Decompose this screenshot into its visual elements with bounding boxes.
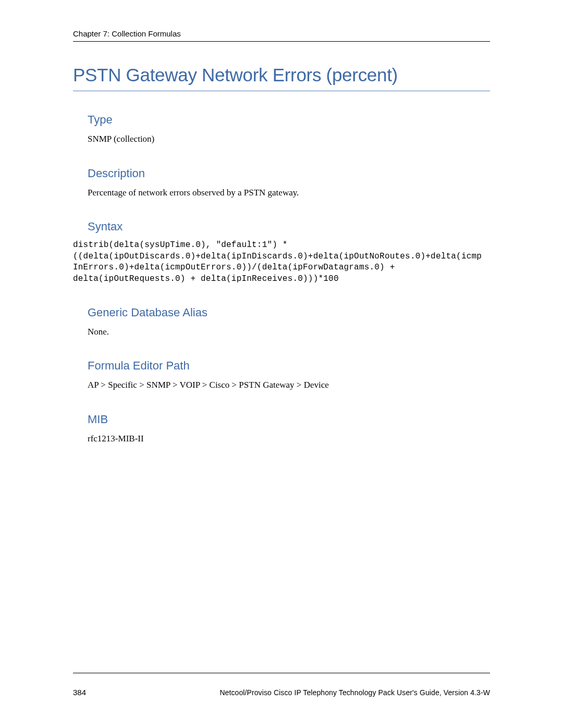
section-heading-type: Type bbox=[88, 113, 490, 127]
section-heading-alias: Generic Database Alias bbox=[88, 306, 490, 319]
alias-body: None. bbox=[88, 326, 490, 339]
section-heading-mib: MIB bbox=[88, 413, 490, 426]
editor-body: AP > Specific > SNMP > VOIP > Cisco > PS… bbox=[88, 379, 490, 392]
section-heading-description: Description bbox=[88, 167, 490, 180]
syntax-code: distrib(delta(sysUpTime.0), "default:1")… bbox=[73, 240, 490, 285]
type-body: SNMP (collection) bbox=[88, 133, 490, 146]
footer-row: 384 Netcool/Proviso Cisco IP Telephony T… bbox=[73, 688, 490, 697]
header-rule bbox=[73, 41, 490, 42]
description-body: Percentage of network errors observed by… bbox=[88, 187, 490, 200]
footer-rule bbox=[73, 673, 490, 673]
section-heading-syntax: Syntax bbox=[88, 220, 490, 233]
section-heading-editor: Formula Editor Path bbox=[88, 359, 490, 373]
page-footer: 384 Netcool/Proviso Cisco IP Telephony T… bbox=[73, 673, 490, 697]
page-number: 384 bbox=[73, 688, 86, 697]
running-header: Chapter 7: Collection Formulas bbox=[73, 29, 490, 38]
title-rule bbox=[73, 91, 490, 91]
doc-title: Netcool/Proviso Cisco IP Telephony Techn… bbox=[219, 688, 490, 697]
mib-body: rfc1213-MIB-II bbox=[88, 433, 490, 446]
page: Chapter 7: Collection Formulas PSTN Gate… bbox=[0, 0, 563, 728]
page-title: PSTN Gateway Network Errors (percent) bbox=[73, 65, 490, 85]
